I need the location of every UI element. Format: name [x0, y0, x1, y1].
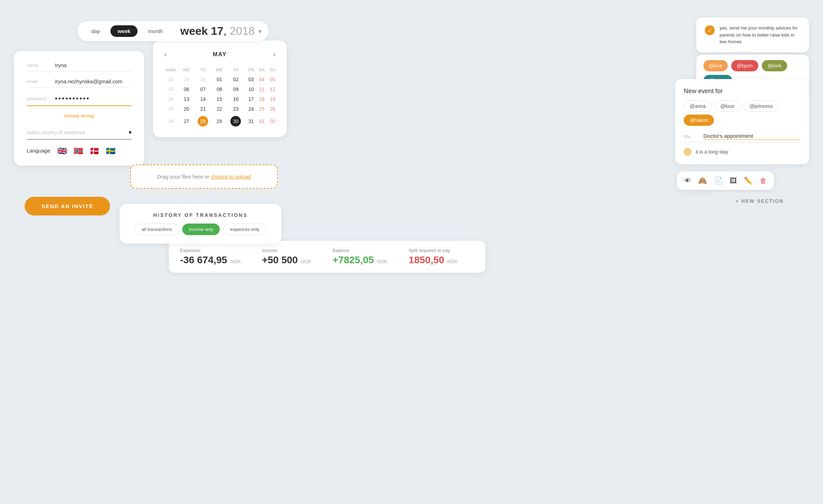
calendar-day[interactable]: 02 [226, 75, 246, 84]
filter-expenses[interactable]: expences only [223, 224, 266, 235]
edit-icon[interactable]: ✏️ [744, 176, 753, 185]
split-label: Split requests to pay: [409, 248, 458, 253]
calendar-grid: week MO TU WE TH FR SA SU 12293001020304… [161, 65, 278, 129]
long-stay-checkbox[interactable] [684, 148, 691, 156]
calendar-day[interactable]: 20 [180, 104, 193, 114]
expenses-currency: NOK [230, 259, 241, 264]
calendar-day[interactable]: 02 [267, 114, 278, 129]
calendar-day[interactable]: 23 [226, 104, 246, 114]
calendar-day[interactable]: 29 [180, 75, 193, 84]
event-title-value[interactable]: Doctor's appointment [703, 133, 800, 140]
calendar-day[interactable]: 14 [193, 94, 213, 104]
calendar-day[interactable]: 13 [180, 94, 193, 104]
expenses-label: Expences: [180, 248, 241, 253]
calendar-day[interactable]: 01 [256, 114, 267, 129]
calendar-day[interactable]: 12 [267, 84, 278, 94]
day-view-button[interactable]: day [84, 25, 107, 37]
send-invite-button[interactable]: SEND AN INVITE [25, 197, 110, 215]
calendar-day[interactable]: 15 [213, 94, 226, 104]
email-field: email iryna.nezhynska@gmail.com [27, 78, 132, 88]
calendar-day[interactable]: 30 [226, 114, 246, 129]
mo-header: MO [180, 65, 193, 75]
filter-income[interactable]: income only [182, 224, 220, 235]
calendar-day[interactable]: 03 [246, 75, 256, 84]
calendar-day[interactable]: 08 [213, 84, 226, 94]
calendar-day[interactable]: 17 [246, 94, 256, 104]
country-select[interactable]: select country of residence ▾ [27, 125, 132, 140]
participant-hakon[interactable]: @hakon [684, 115, 714, 126]
flag-gb[interactable]: 🇬🇧 [57, 147, 69, 154]
calendar-day[interactable]: 16 [226, 94, 246, 104]
calendar-day[interactable]: 07 [193, 84, 213, 94]
expenses-stat: Expences: -36 674,95 NOK [180, 248, 241, 266]
form-card: name Iryna email iryna.nezhynska@gmail.c… [14, 51, 144, 166]
event-title-label: title [684, 134, 696, 139]
calendar-day[interactable]: 28 [193, 114, 213, 129]
calendar-day[interactable]: 30 [193, 75, 213, 84]
tu-header: TU [193, 65, 213, 75]
calendar-day[interactable]: 11 [256, 84, 267, 94]
participant-ksor[interactable]: @ksor [714, 101, 741, 112]
th-header: TH [226, 65, 246, 75]
week-view-button[interactable]: week [110, 25, 138, 37]
split-value-row: 1850,50 NOK [409, 254, 458, 266]
calendar-day[interactable]: 21 [193, 104, 213, 114]
calendar-day[interactable]: 31 [246, 114, 256, 129]
calendar-day[interactable]: 04 [256, 75, 267, 84]
participant-anna[interactable]: @anna [684, 101, 712, 112]
calendar-prev-button[interactable]: ‹ [161, 49, 170, 60]
flag-dk[interactable]: 🇩🇰 [90, 147, 101, 154]
balance-stat: Balance: +7825,05 NOK [332, 248, 387, 266]
week-dropdown-icon[interactable]: ▾ [258, 27, 262, 35]
tag-bjorn[interactable]: @bjorn [731, 60, 758, 71]
country-placeholder: select country of residence [27, 130, 85, 135]
calendar-day[interactable]: 01 [213, 75, 226, 84]
calendar-day[interactable]: 10 [246, 84, 256, 94]
password-value[interactable]: •••••••••• [55, 95, 132, 103]
tag-eirik[interactable]: @eirik [762, 60, 787, 71]
split-value: 1850,50 [409, 254, 444, 265]
calendar-week-num: 14 [161, 94, 180, 104]
calendar-day[interactable]: 22 [213, 104, 226, 114]
eye-icon[interactable]: 👁 [684, 177, 691, 185]
filter-all[interactable]: all transactions [135, 224, 179, 235]
delete-icon[interactable]: 🗑 [760, 177, 767, 185]
document-icon[interactable]: 📄 [714, 176, 723, 185]
month-view-button[interactable]: month [141, 25, 170, 37]
calendar-day[interactable]: 29 [213, 114, 226, 129]
calendar-day[interactable]: 24 [246, 104, 256, 114]
balance-value-row: +7825,05 NOK [332, 254, 387, 266]
tag-eva[interactable]: @eva [703, 60, 728, 71]
su-header: SU [267, 65, 278, 75]
income-value-row: +50 500 NOK [262, 254, 312, 266]
calendar-week-num: 15 [161, 104, 180, 114]
calendar-day[interactable]: 09 [226, 84, 246, 94]
email-label: email [27, 79, 48, 84]
stats-bar: Expences: -36 674,95 NOK Income: +50 500… [169, 241, 485, 273]
flag-se[interactable]: 🇸🇪 [106, 147, 117, 154]
image-icon[interactable]: 🖼 [730, 177, 737, 185]
flag-no[interactable]: 🇳🇴 [74, 147, 85, 154]
calendar-next-button[interactable]: › [270, 49, 278, 60]
calendar-day[interactable]: 06 [180, 84, 193, 94]
calendar-day[interactable]: 18 [256, 94, 267, 104]
long-stay-row: it is a long stay [684, 148, 800, 156]
new-section-button[interactable]: + NEW SECTION [710, 193, 809, 209]
income-value: +50 500 [262, 254, 298, 265]
calendar-day[interactable]: 27 [180, 114, 193, 129]
toolbar-card: 👁 🙈 📄 🖼 ✏️ 🗑 [677, 172, 774, 190]
event-participants: @anna @ksor @princess @hakon [684, 101, 800, 126]
long-stay-label: it is a long stay [696, 149, 728, 155]
calendar-day[interactable]: 05 [267, 75, 278, 84]
calendar-day[interactable]: 25 [256, 104, 267, 114]
calendar-month-title: MAY [213, 51, 227, 58]
eye-hidden-icon[interactable]: 🙈 [698, 176, 707, 185]
upload-area[interactable]: Drag your files here or choose to upload [130, 164, 278, 189]
participant-princess[interactable]: @princess [744, 101, 779, 112]
calendar-day[interactable]: 19 [267, 94, 278, 104]
calendar-day[interactable]: 26 [267, 104, 278, 114]
balance-currency: NOK [377, 259, 388, 264]
calendar-week-num: 12 [161, 75, 180, 84]
expenses-value-row: -36 674,95 NOK [180, 254, 241, 266]
upload-link[interactable]: choose to upload [211, 174, 251, 180]
